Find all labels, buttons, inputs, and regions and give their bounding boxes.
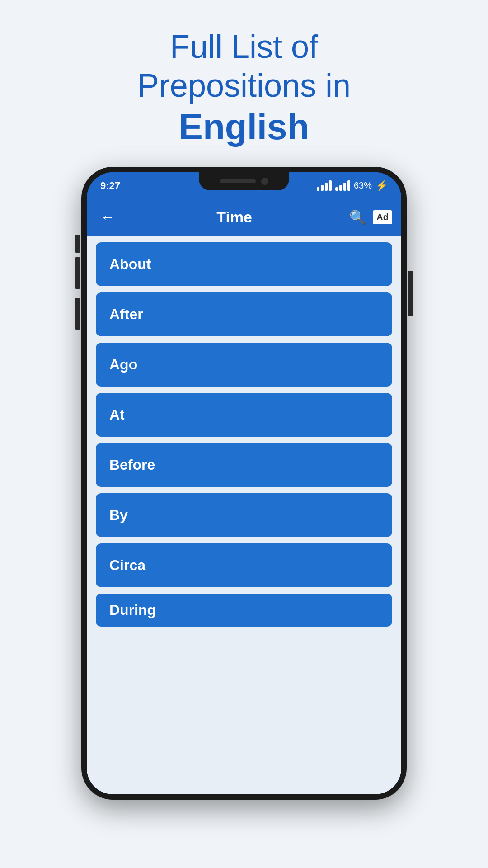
list-item-label: After [109, 306, 143, 322]
list-item-label: During [109, 602, 156, 618]
list-item[interactable]: Circa [96, 543, 392, 587]
list-item-label: Before [109, 457, 155, 473]
list-item[interactable]: At [96, 393, 392, 437]
list-item[interactable]: About [96, 242, 392, 286]
status-icons: 63% ⚡ [317, 180, 388, 192]
list-item[interactable]: After [96, 292, 392, 336]
battery-status: 63% [354, 180, 372, 191]
header-title: Time [216, 208, 252, 226]
list-item-label: Circa [109, 557, 145, 573]
title-bold: English [179, 107, 310, 147]
ad-badge: Ad [373, 210, 392, 224]
status-bar: 9:27 63% ⚡ [87, 172, 401, 199]
list-item[interactable]: Before [96, 443, 392, 487]
phone-screen: 9:27 63% ⚡ [87, 172, 401, 794]
title-line2: Prepositions in [137, 67, 351, 104]
title-line1: Full List of [170, 28, 318, 65]
phone-mockup: 9:27 63% ⚡ [81, 167, 407, 800]
list-item[interactable]: By [96, 493, 392, 537]
volume-up-button [75, 257, 80, 289]
app-header: ← Time 🔍 Ad [87, 199, 401, 236]
signal-icon [317, 180, 332, 191]
notch-camera [261, 178, 268, 185]
search-icon[interactable]: 🔍 [349, 209, 366, 225]
page-title: Full List of Prepositions in English [101, 0, 387, 167]
battery-icon: ⚡ [375, 180, 388, 192]
list-item-partial[interactable]: During [96, 594, 392, 627]
power-button [408, 271, 413, 316]
header-actions: 🔍 Ad [349, 209, 392, 225]
list-item-label: At [109, 406, 125, 423]
list-item-label: By [109, 507, 128, 523]
list-item-label: About [109, 256, 151, 272]
notch [199, 172, 289, 190]
list-item[interactable]: Ago [96, 343, 392, 387]
list-item-label: Ago [109, 356, 137, 373]
back-button[interactable]: ← [96, 204, 119, 230]
status-time: 9:27 [100, 180, 120, 192]
notch-speaker [220, 179, 256, 183]
mute-button [75, 235, 80, 253]
volume-down-button [75, 298, 80, 330]
signal-icon-2 [335, 180, 350, 191]
preposition-list: About After Ago At Before By Circa Durin… [87, 236, 401, 794]
